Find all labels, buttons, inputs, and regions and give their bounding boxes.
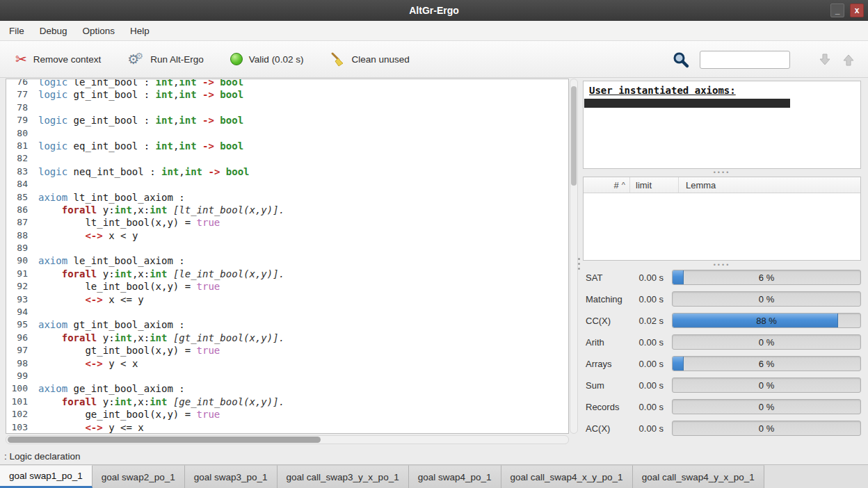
jump-down-icon[interactable]: [818, 53, 832, 67]
code-line[interactable]: 90axiom le_int_bool_axiom :: [6, 254, 568, 267]
tab-goal-call_swap3_y_x_po_1[interactable]: goal call_swap3_y_x_po_1: [278, 465, 409, 488]
code-line[interactable]: 79logic ge_int_bool : int,int -> bool: [6, 114, 568, 127]
code-line[interactable]: 100axiom ge_int_bool_axiom :: [6, 382, 568, 395]
code-line[interactable]: 77logic gt_int_bool : int,int -> bool: [6, 88, 568, 101]
line-number: 77: [6, 88, 33, 101]
splitter-axioms-table[interactable]: ••••: [583, 169, 861, 176]
code-line-text: forall y:int,x:int [ge_int_bool(x,y)].: [33, 396, 284, 408]
code-line[interactable]: 101 forall y:int,x:int [ge_int_bool(x,y)…: [6, 396, 568, 408]
stat-label: Matching: [583, 294, 629, 304]
axioms-selected-row[interactable]: [584, 99, 790, 108]
menu-debug[interactable]: Debug: [32, 21, 75, 40]
code-line[interactable]: 78: [6, 101, 568, 114]
menu-help[interactable]: Help: [122, 21, 157, 40]
remove-context-button[interactable]: ✂ Remove context: [15, 52, 101, 66]
close-button[interactable]: x: [850, 3, 864, 17]
code-line[interactable]: 103 <-> y <= x: [6, 421, 568, 434]
code-line-text: le_int_bool(x,y) = true: [33, 280, 220, 293]
stat-time: 0.00 s: [629, 337, 664, 348]
code-line-text: [33, 101, 38, 114]
code-line[interactable]: 99: [6, 370, 568, 382]
code-line[interactable]: 88 <-> x < y: [6, 229, 568, 242]
tab-goal-swap4_po_1[interactable]: goal swap4_po_1: [409, 465, 501, 488]
stat-percent-label: 0 %: [673, 421, 860, 435]
code-line[interactable]: 91 forall y:int,x:int [le_int_bool(x,y)]…: [6, 268, 568, 280]
line-number: 80: [6, 127, 33, 140]
code-line-text: axiom ge_int_bool_axiom :: [33, 382, 185, 395]
line-number: 86: [6, 204, 33, 216]
code-line-text: axiom lt_int_bool_axiom :: [33, 191, 185, 204]
code-line[interactable]: 102 ge_int_bool(x,y) = true: [6, 408, 568, 421]
line-number: 103: [6, 421, 33, 434]
code-line-text: <-> y < x: [33, 357, 138, 370]
tab-goal-swap2_po_1[interactable]: goal swap2_po_1: [93, 465, 185, 488]
code-line[interactable]: 95axiom gt_int_bool_axiom :: [6, 318, 568, 331]
tab-goal-swap3_po_1[interactable]: goal swap3_po_1: [185, 465, 278, 488]
tab-goal-swap1_po_1[interactable]: goal swap1_po_1: [0, 465, 93, 488]
vertical-scroll-thumb[interactable]: [571, 86, 577, 186]
menu-file[interactable]: File: [1, 21, 32, 40]
lemma-table-panel: # ^ limit Lemma: [583, 177, 861, 261]
line-number: 92: [6, 280, 33, 293]
clean-unused-button[interactable]: Clean unused: [330, 51, 409, 67]
stat-row-sum: Sum0.00 s0 %: [583, 377, 861, 393]
column-header-limit[interactable]: limit: [630, 177, 679, 193]
code-line[interactable]: 89: [6, 242, 568, 254]
code-line[interactable]: 85axiom lt_int_bool_axiom :: [6, 191, 568, 204]
code-line[interactable]: 94: [6, 306, 568, 318]
code-line-text: [33, 306, 38, 318]
stat-progressbar: 0 %: [672, 421, 861, 436]
code-line[interactable]: 76logic le_int_bool : int,int -> bool: [6, 79, 568, 88]
code-line-text: <-> x <= y: [33, 293, 144, 306]
horizontal-scroll-thumb[interactable]: [8, 437, 321, 443]
editor-horizontal-scrollbar[interactable]: [6, 435, 569, 444]
code-line[interactable]: 80: [6, 127, 568, 140]
source-editor[interactable]: 76logic le_int_bool : int,int -> bool77l…: [6, 79, 569, 434]
menu-options[interactable]: Options: [75, 21, 123, 40]
titlebar: AltGr-Ergo _ x: [0, 0, 868, 21]
code-line[interactable]: 96 forall y:int,x:int [gt_int_bool(x,y)]…: [6, 332, 568, 344]
run-alt-ergo-button[interactable]: ⚙⚙ Run Alt-Ergo: [127, 53, 204, 66]
tab-goal-call_swap4_x_y_po_1[interactable]: goal call_swap4_x_y_po_1: [501, 465, 633, 488]
solver-statistics: SAT0.00 s6 %Matching0.00 s0 %CC(X)0.02 s…: [583, 270, 861, 442]
column-header-lemma[interactable]: Lemma: [679, 177, 860, 193]
code-line[interactable]: 92 le_int_bool(x,y) = true: [6, 280, 568, 293]
stat-progressbar: 0 %: [672, 334, 861, 350]
column-header-number[interactable]: # ^: [584, 177, 630, 193]
code-line[interactable]: 87 lt_int_bool(x,y) = true: [6, 216, 568, 229]
search-input[interactable]: [700, 51, 790, 69]
tab-goal-call_swap4_y_x_po_1[interactable]: goal call_swap4_y_x_po_1: [633, 465, 764, 488]
code-line[interactable]: 93 <-> x <= y: [6, 293, 568, 306]
code-line-text: lt_int_bool(x,y) = true: [33, 216, 220, 229]
stat-percent-label: 0 %: [673, 378, 860, 392]
code-line[interactable]: 98 <-> y < x: [6, 357, 568, 370]
code-line-text: axiom gt_int_bool_axiom :: [33, 318, 185, 331]
line-number: 96: [6, 332, 33, 344]
code-line[interactable]: 86 forall y:int,x:int [lt_int_bool(x,y)]…: [6, 204, 568, 216]
code-line[interactable]: 83logic neq_int_bool : int,int -> bool: [6, 165, 568, 178]
code-line[interactable]: 84: [6, 178, 568, 190]
stat-percent-label: 88 %: [673, 314, 860, 327]
stat-label: Arith: [583, 337, 629, 348]
window-title: AltGr-Ergo: [409, 5, 459, 16]
remove-context-label: Remove context: [33, 54, 102, 65]
minimize-button[interactable]: _: [830, 3, 844, 17]
line-number: 102: [6, 408, 33, 421]
stat-progressbar: 88 %: [672, 313, 861, 328]
status-text: : Logic declaration: [4, 451, 81, 462]
line-number: 83: [6, 165, 33, 178]
jump-up-icon[interactable]: [842, 53, 855, 67]
splitter-table-stats[interactable]: ••••: [583, 261, 861, 268]
stat-label: Arrays: [583, 359, 629, 369]
stat-progressbar: 0 %: [672, 377, 861, 393]
menubar: FileDebugOptionsHelp: [0, 21, 868, 41]
stat-time: 0.00 s: [629, 294, 664, 304]
line-number: 82: [6, 152, 33, 165]
line-number: 88: [6, 229, 33, 242]
code-line[interactable]: 82: [6, 152, 568, 165]
code-line[interactable]: 97 gt_int_bool(x,y) = true: [6, 344, 568, 357]
gears-icon: ⚙⚙: [127, 53, 144, 66]
code-line[interactable]: 81logic eq_int_bool : int,int -> bool: [6, 140, 568, 152]
panel-splitter[interactable]: [577, 254, 581, 273]
valid-icon: [230, 53, 243, 65]
